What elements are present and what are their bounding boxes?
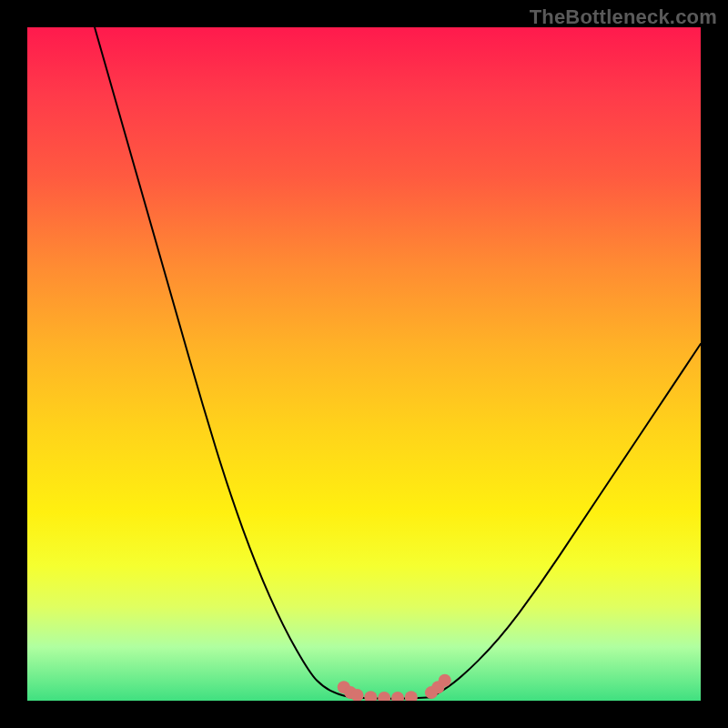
right-branch-line — [431, 344, 701, 698]
curve-layer — [27, 27, 701, 701]
watermark-label: TheBottleneck.com — [530, 5, 717, 29]
marker-dot — [439, 674, 451, 687]
marker-dot — [378, 692, 390, 701]
left-branch-line — [95, 27, 350, 697]
plot-area — [27, 27, 701, 701]
marker-group — [338, 674, 451, 701]
chart-frame: TheBottleneck.com — [0, 0, 728, 728]
marker-dot — [391, 692, 404, 701]
marker-dot — [364, 691, 377, 701]
marker-dot — [405, 691, 418, 701]
